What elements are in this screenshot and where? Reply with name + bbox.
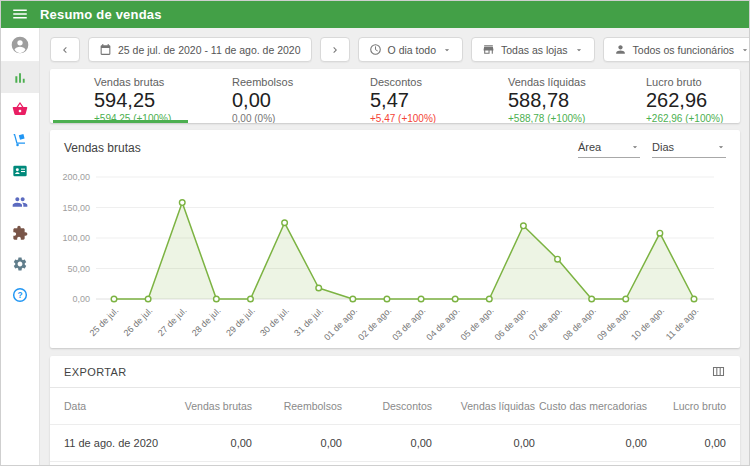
kpi-tab-descontos[interactable]: Descontos5,47+5,47 (+100%)	[326, 69, 464, 123]
svg-text:09 de ago.: 09 de ago.	[595, 305, 632, 342]
sidebar-item-settings[interactable]	[0, 248, 39, 279]
kpi-value: 262,96	[646, 89, 736, 112]
column-header: Vendas líquidas	[432, 388, 535, 425]
kpi-label: Descontos	[370, 76, 460, 88]
people-icon	[12, 194, 28, 210]
kpi-tab-lucro-bruto[interactable]: Lucro bruto262,96+262,96 (+100%)	[602, 69, 740, 123]
prev-period-button[interactable]	[50, 37, 80, 62]
chart-interval-select[interactable]: Dias	[652, 141, 726, 158]
table-cell: 0,00	[342, 425, 432, 462]
kpi-value: 0,00	[232, 89, 322, 112]
table-card: EXPORTAR DataVendas brutasReembolsosDesc…	[50, 356, 740, 466]
kpi-tab-reembolsos[interactable]: Reembolsos0,000,00 (0%)	[188, 69, 326, 123]
table-row: 11 de ago. de 20200,000,000,000,000,000,…	[50, 425, 740, 462]
chevron-right-icon	[329, 44, 341, 56]
sidebar-item-account[interactable]	[0, 28, 39, 62]
svg-text:28 de jul.: 28 de jul.	[190, 305, 223, 338]
svg-text:?: ?	[17, 289, 22, 299]
svg-text:25 de jul.: 25 de jul.	[88, 305, 121, 338]
toolbar: 25 de jul. de 2020 - 11 de ago. de 2020 …	[50, 37, 740, 62]
column-header: Lucro bruto	[647, 388, 740, 425]
svg-text:50,00: 50,00	[67, 264, 90, 274]
table-cell: 0,00	[252, 425, 342, 462]
export-button[interactable]: EXPORTAR	[64, 366, 127, 378]
app-header: Resumo de vendas	[0, 0, 750, 28]
chart-controls: Área Dias	[578, 141, 726, 158]
svg-text:200,00: 200,00	[62, 172, 90, 182]
columns-icon	[711, 364, 726, 379]
columns-button[interactable]	[711, 364, 726, 379]
sidebar-items: ?	[0, 62, 39, 310]
chevron-down-icon	[716, 142, 726, 152]
table-row: 10 de ago. de 2020107,900,000,00107,9070…	[50, 462, 740, 466]
chevron-down-icon	[740, 45, 750, 55]
table-cell: 11 de ago. de 2020	[50, 425, 160, 462]
kpi-delta: 0,00 (0%)	[232, 113, 322, 123]
sidebar-item-reports[interactable]	[0, 62, 39, 93]
table-header-row: DataVendas brutasReembolsosDescontosVend…	[50, 388, 740, 425]
column-header: Vendas brutas	[160, 388, 252, 425]
time-filter-label: O dia todo	[388, 44, 436, 56]
sales-table: DataVendas brutasReembolsosDescontosVend…	[50, 388, 740, 466]
store-icon	[482, 43, 495, 56]
chart-card: Vendas brutas Área Dias 0,0050,00100,001…	[50, 130, 740, 348]
basket-icon	[12, 101, 28, 117]
kpi-label: Lucro bruto	[646, 76, 736, 88]
account-icon	[10, 35, 30, 55]
table-cell: 0,00	[252, 462, 342, 466]
svg-text:04 de ago.: 04 de ago.	[424, 305, 461, 342]
kpi-delta: +588,78 (+100%)	[508, 113, 598, 123]
svg-text:150,00: 150,00	[62, 203, 90, 213]
svg-text:02 de ago.: 02 de ago.	[356, 305, 393, 342]
sidebar-item-inventory[interactable]	[0, 124, 39, 155]
menu-button[interactable]	[0, 0, 40, 28]
chevron-down-icon	[630, 142, 640, 152]
svg-text:03 de ago.: 03 de ago.	[390, 305, 427, 342]
svg-text:06 de ago.: 06 de ago.	[493, 305, 530, 342]
table-cell: 0,00	[160, 425, 252, 462]
svg-text:05 de ago.: 05 de ago.	[459, 305, 496, 342]
next-period-button[interactable]	[320, 37, 350, 62]
chevron-down-icon	[442, 45, 452, 55]
sales-area-chart: 0,0050,00100,00150,00200,0025 de jul.26 …	[50, 158, 740, 348]
page-title: Resumo de vendas	[40, 7, 162, 22]
menu-icon	[11, 5, 29, 23]
sidebar-item-items[interactable]	[0, 93, 39, 124]
sidebar-item-help[interactable]: ?	[0, 279, 39, 310]
svg-text:30 de jul.: 30 de jul.	[258, 305, 291, 338]
help-icon: ?	[12, 287, 28, 303]
time-filter-button[interactable]: O dia todo	[358, 37, 463, 62]
date-range-button[interactable]: 25 de jul. de 2020 - 11 de ago. de 2020	[88, 37, 312, 62]
kpi-tab-vendas-brutas[interactable]: Vendas brutas594,25+594,25 (+100%)	[50, 69, 188, 123]
table-cell: 107,90	[160, 462, 252, 466]
chart-type-select[interactable]: Área	[578, 141, 640, 158]
sidebar-item-apps[interactable]	[0, 217, 39, 248]
kpi-delta: +5,47 (+100%)	[370, 113, 460, 123]
sidebar: ?	[0, 28, 40, 466]
kpi-value: 588,78	[508, 89, 598, 112]
store-filter-button[interactable]: Todas as lojas	[471, 37, 595, 62]
svg-text:100,00: 100,00	[62, 233, 90, 243]
kpi-tab-vendas-l-quidas[interactable]: Vendas líquidas588,78+588,78 (+100%)	[464, 69, 602, 123]
svg-text:11 de ago.: 11 de ago.	[664, 305, 701, 342]
svg-text:29 de jul.: 29 de jul.	[224, 305, 257, 338]
date-range-label: 25 de jul. de 2020 - 11 de ago. de 2020	[118, 44, 301, 56]
person-icon	[614, 43, 627, 56]
svg-text:31 de jul.: 31 de jul.	[292, 305, 325, 338]
kpi-value: 5,47	[370, 89, 460, 112]
chart-type-value: Área	[578, 141, 601, 153]
calendar-icon	[99, 43, 112, 56]
employee-filter-label: Todos os funcionários	[633, 44, 735, 56]
clock-icon	[369, 43, 382, 56]
column-header: Descontos	[342, 388, 432, 425]
kpi-label: Vendas brutas	[94, 76, 184, 88]
employee-filter-button[interactable]: Todos os funcionários	[603, 37, 750, 62]
table-cell: 70,40	[535, 462, 647, 466]
svg-text:27 de jul.: 27 de jul.	[156, 305, 189, 338]
svg-text:0,00: 0,00	[72, 294, 90, 304]
table-cell: 107,90	[432, 462, 535, 466]
sidebar-item-employees[interactable]	[0, 155, 39, 186]
sidebar-item-customers[interactable]	[0, 186, 39, 217]
svg-text:01 de ago.: 01 de ago.	[322, 305, 359, 342]
table-cell: 0,00	[432, 425, 535, 462]
